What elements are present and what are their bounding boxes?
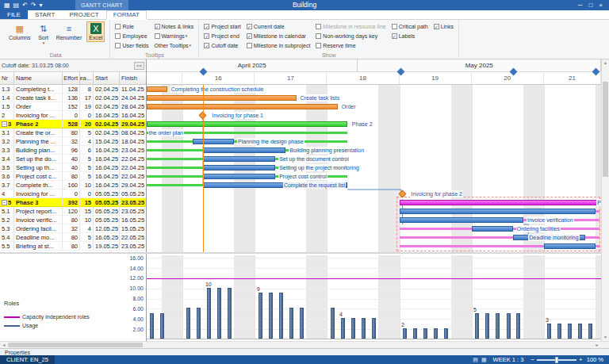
properties-bar[interactable]: Properties xyxy=(0,348,609,355)
usage-bar[interactable] xyxy=(423,328,427,339)
table-row[interactable]: 2Invoicing for ...0016.04.2516.04.25 xyxy=(0,111,146,120)
table-row[interactable]: −3Phase 25282002.04.2529.04.25 xyxy=(0,120,146,128)
table-row[interactable]: 5.1Project report...1201505.05.2523.05.2… xyxy=(0,207,146,216)
horizontal-scroll-thumb[interactable] xyxy=(8,343,143,347)
checkbox-cutoff-date[interactable]: ✓Cutoff date xyxy=(204,40,240,50)
table-row[interactable]: −5Phase 33921505.05.2523.05.25 xyxy=(0,198,146,207)
excel-button[interactable]: XExcel xyxy=(86,21,105,42)
gantt-bar-task[interactable] xyxy=(203,174,275,179)
scroll-right-icon[interactable]: ► xyxy=(593,342,601,348)
table-row[interactable]: 5.3Ordering facil...32412.05.2515.05.25 xyxy=(0,224,146,233)
vertical-scrollbar[interactable]: ▲ ▼ xyxy=(601,59,609,341)
usage-bar[interactable] xyxy=(568,324,572,339)
usage-bar[interactable] xyxy=(341,318,345,339)
usage-bar[interactable] xyxy=(289,308,293,339)
gantt-bar-task[interactable] xyxy=(400,217,523,223)
maximize-icon[interactable]: □ xyxy=(588,2,592,9)
collapse-icon[interactable]: − xyxy=(2,200,7,205)
scroll-down-icon[interactable]: ▼ xyxy=(602,334,609,341)
table-row[interactable]: 1.5Order1521902.04.2528.04.25 xyxy=(0,102,146,111)
table-row[interactable]: 3.3Building plan...96616.04.2523.04.25 xyxy=(0,146,146,155)
column-header-dura[interactable]: Dura... xyxy=(80,72,94,84)
columns-button[interactable]: ▦Columns xyxy=(6,21,33,42)
view-table-icon[interactable]: ▤ xyxy=(473,357,478,363)
usage-bar[interactable] xyxy=(259,293,262,339)
usage-bar[interactable] xyxy=(217,288,221,339)
gantt-bar-task[interactable] xyxy=(193,139,234,144)
table-row[interactable]: 3.6Project cost c...80516.04.2522.04.25 xyxy=(0,172,146,181)
usage-bar[interactable] xyxy=(588,324,592,339)
tab-project[interactable]: PROJECT xyxy=(62,10,105,19)
usage-bar[interactable] xyxy=(228,288,232,339)
contextual-tab-header[interactable]: GANTT CHART xyxy=(75,0,128,10)
usage-bar[interactable] xyxy=(351,318,355,339)
undo-icon[interactable]: ↶ xyxy=(22,0,28,10)
checkbox-reserve-time[interactable]: Reserve time xyxy=(316,40,385,50)
column-header-nr[interactable]: Nr xyxy=(0,72,14,84)
gantt-bar-task[interactable] xyxy=(472,226,513,232)
checkbox-milestone-in-subproject[interactable]: Milestone in subproject xyxy=(247,40,311,50)
gantt-bar-task[interactable] xyxy=(400,209,596,214)
usage-bar[interactable] xyxy=(557,324,561,339)
usage-bar[interactable] xyxy=(207,288,211,339)
checkbox-current-date[interactable]: ✓Current date xyxy=(247,21,311,31)
table-row[interactable]: 5.2Invoice verific...801005.05.2516.05.2… xyxy=(0,216,146,224)
scroll-left-icon[interactable]: ◄ xyxy=(0,342,8,348)
usage-bar[interactable] xyxy=(150,313,154,339)
gantt-bar-orange[interactable] xyxy=(147,95,297,101)
tab-format[interactable]: FORMAT xyxy=(106,10,147,20)
table-row[interactable]: 3.5Setting up th...40516.04.2522.04.25 xyxy=(0,163,146,172)
gantt-bar-summary-magenta[interactable] xyxy=(400,200,600,205)
column-header-name[interactable]: Name xyxy=(14,72,63,84)
zoom-slider[interactable] xyxy=(537,359,576,361)
table-row[interactable]: 4Invoicing for ...0005.05.2505.05.25 xyxy=(0,190,146,198)
checkbox-critical-path[interactable]: Critical path xyxy=(392,21,428,31)
tab-file[interactable]: FILE xyxy=(0,10,28,19)
sort-button[interactable]: ⇅Sort▾ xyxy=(36,21,52,47)
table-row[interactable]: 3.4Set up the do...40516.04.2522.04.25 xyxy=(0,155,146,163)
usage-bar[interactable] xyxy=(269,293,273,339)
checkbox-milestone-in-calendar[interactable]: ✓Milestone in calendar xyxy=(247,31,311,40)
usage-bar[interactable] xyxy=(197,308,201,339)
gantt-bar-orange[interactable] xyxy=(147,86,167,92)
column-header-effort[interactable]: Effort xyxy=(63,72,80,84)
checkbox-employee[interactable]: Employee xyxy=(115,31,148,40)
checkbox-links[interactable]: ✓Links xyxy=(434,21,454,31)
horizontal-scrollbar[interactable]: ◄ ► xyxy=(0,341,609,348)
zoom-out-button[interactable]: − xyxy=(530,356,534,363)
usage-bar[interactable] xyxy=(547,324,551,339)
usage-bar[interactable] xyxy=(372,318,376,339)
qat-dropdown-icon[interactable]: ▾ xyxy=(40,0,43,10)
table-row[interactable]: 5.4Deadline mo...80516.05.2522.05.25 xyxy=(0,233,146,242)
usage-bar[interactable] xyxy=(186,308,190,339)
table-row[interactable]: 5.5Briefing at st...80519.05.2523.05.25 xyxy=(0,242,146,251)
renumber-button[interactable]: ≡Renumber xyxy=(54,21,85,42)
checkbox-non-working-days-key[interactable]: Non-working days key xyxy=(316,31,385,40)
table-row[interactable]: 3.2Planning the ...32415.04.2518.04.25 xyxy=(0,137,146,146)
gantt-bar-task[interactable] xyxy=(203,156,275,162)
column-header-start[interactable]: Start xyxy=(94,72,120,84)
app-icon[interactable]: ▦ xyxy=(4,0,10,10)
checkbox-notes-links[interactable]: ✓Notes & links xyxy=(155,21,194,31)
table-row[interactable]: 1.3Completing t...128802.04.2511.04.25 xyxy=(0,85,146,94)
checkbox-project-start[interactable]: ✓Project start xyxy=(204,21,240,31)
view-chart-icon[interactable]: ▦ xyxy=(481,357,487,363)
usage-bar[interactable] xyxy=(279,293,283,339)
zoom-in-button[interactable]: + xyxy=(579,356,583,363)
close-icon[interactable]: × xyxy=(599,2,603,9)
gantt-bar-task[interactable] xyxy=(203,165,275,171)
column-header-finish[interactable]: Finish xyxy=(120,72,146,84)
zoom-slider-thumb[interactable] xyxy=(555,357,558,363)
usage-bar[interactable] xyxy=(516,313,520,339)
checkbox-role[interactable]: Role xyxy=(115,21,148,31)
usage-bar[interactable] xyxy=(578,324,582,339)
checkbox-labels[interactable]: ✓Labels xyxy=(392,31,428,40)
usage-bar[interactable] xyxy=(160,313,164,339)
checkbox-warnings[interactable]: Warnings▾ xyxy=(155,31,194,40)
gantt-bar-task[interactable] xyxy=(203,148,285,153)
minimize-icon[interactable]: ─ xyxy=(578,2,583,9)
table-row[interactable]: 1.4Create task li...1361702.04.2524.04.2… xyxy=(0,94,146,102)
gantt-bar-summary-green[interactable] xyxy=(147,121,347,127)
usage-bar[interactable] xyxy=(496,313,500,339)
redo-icon[interactable]: ↷ xyxy=(31,0,36,10)
